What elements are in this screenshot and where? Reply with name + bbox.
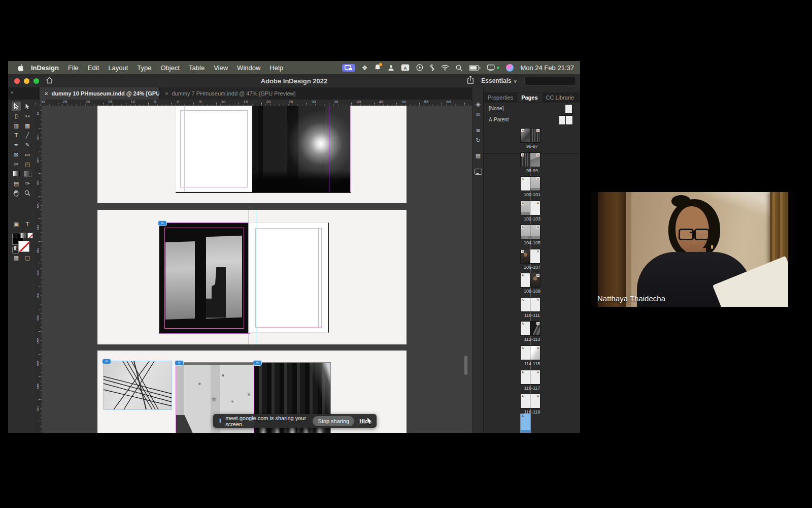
page-tool[interactable]: ▯ [12,111,21,120]
battery-icon[interactable] [469,65,481,71]
link-badge[interactable]: ∞ [102,359,111,364]
share-icon[interactable] [467,76,474,86]
scissors-tool[interactable]: ✂ [12,160,21,169]
pages-panel: Properties Pages CC Librarie [None] A-Pa… [483,87,580,433]
content-collector-tool[interactable]: ▥ [12,121,21,130]
link-badge[interactable]: ∞ [158,220,167,226]
tab-properties[interactable]: Properties [484,93,517,102]
selected-page-bar [521,430,530,433]
now-playing-icon[interactable] [416,64,423,71]
input-source-icon[interactable]: A [401,64,410,71]
note-tool[interactable]: ▤ [12,179,21,188]
tab-pages[interactable]: Pages [517,93,542,102]
gradient-feather-tool[interactable] [23,169,32,178]
panel-dock-strip: ◈ ∞ ≡ ↻ ▦ [472,87,484,433]
guide-cyan[interactable] [256,210,256,344]
apply-color-button[interactable] [12,231,19,240]
menu-window[interactable]: Window [237,64,260,72]
search-input[interactable] [524,77,576,85]
menu-object[interactable]: Object [161,64,180,72]
bleed-guide [350,106,351,192]
apply-gradient-button[interactable] [19,231,27,240]
layers-panel-icon[interactable]: ◈ [472,101,484,108]
dropbox-icon[interactable]: ❖ [362,64,368,72]
photo-frame-window[interactable] [159,223,250,334]
meet-sharing-banner: ‖ meet.google.com is sharing your screen… [213,414,377,428]
selected-page-thumb[interactable]: A [521,414,530,433]
display-icon[interactable] [487,65,499,71]
selection-tool[interactable] [12,102,21,111]
pencil-tool[interactable]: ✎ [23,140,32,149]
pause-icon[interactable]: ‖ [219,418,221,424]
link-badge[interactable]: ∞ [253,360,262,366]
zoom-tool[interactable] [23,188,32,198]
master-row-a-parent[interactable]: A-Parent [484,115,580,124]
stop-sharing-button[interactable]: Stop sharing [313,416,354,426]
page-right-spread2[interactable] [249,223,329,333]
doc-tab-inactive[interactable]: × dummy 7 PHmuseum.indd @ 47% [GPU Previ… [159,87,269,100]
comments-panel-icon[interactable] [475,169,482,175]
shared-screen: InDesign File Edit Layout Type Object Ta… [8,61,580,433]
guide-cyan[interactable] [248,210,249,344]
direct-selection-tool[interactable] [23,102,32,111]
content-placer-tool[interactable]: ▦ [23,121,32,130]
screen-mode-button[interactable]: ◧ [12,243,21,252]
siri-icon[interactable] [506,64,514,72]
menu-table[interactable]: Table [189,64,205,72]
apply-none-button[interactable] [26,231,34,240]
normal-view-icon[interactable]: ▢ [23,253,32,262]
type-tool[interactable]: T [12,131,21,140]
swatches-panel-icon[interactable]: ↻ [472,137,484,144]
tab-cc-libraries[interactable]: CC Librarie [542,93,579,102]
spotlight-search-icon[interactable] [456,65,462,71]
menu-bar-clock[interactable]: Mon 24 Feb 21:37 [520,64,574,72]
menu-view[interactable]: View [214,64,228,72]
glasses-right-lens [694,229,709,240]
stroke-panel-icon[interactable]: ≡ [472,127,484,134]
apple-icon[interactable] [17,64,24,72]
glasses-bridge [690,232,695,233]
menu-indesign[interactable]: InDesign [31,64,59,72]
window-title-bar: Adobe InDesign 2022 Essentials∨ [8,74,580,88]
free-transform-tool[interactable]: ◰ [23,160,32,169]
pasteboard-row-1 [97,106,407,203]
frame-tool[interactable]: ⊠ [12,150,21,159]
canvas-scrollbar-thumb[interactable] [464,356,467,375]
webcam-video-tile[interactable]: Natthaya Thaidecha [591,192,788,307]
view-options-icon[interactable]: ▦ [12,253,21,262]
master-row-none[interactable]: [None] [484,104,580,113]
formatting-affects-container-icon[interactable]: ▣ [12,219,21,229]
menu-help[interactable]: Help [269,64,283,72]
pasteboard-row-2: ∞ [97,210,407,344]
close-tab-icon[interactable]: × [45,90,48,97]
close-tab-icon[interactable]: × [165,90,168,97]
doc-tab-active[interactable]: × dummy 10 PHmuseum.indd @ 24% [GPU Prev… [40,87,159,100]
menu-file[interactable]: File [68,64,79,72]
gap-tool[interactable]: ↔ [23,111,32,120]
margin-guides [180,110,248,187]
link-badge[interactable]: ∞ [175,360,184,366]
line-tool[interactable]: ╱ [23,131,32,140]
bluetooth-icon[interactable] [430,64,434,71]
rectangle-tool[interactable]: ▭ [23,150,32,159]
wifi-icon[interactable] [441,65,449,71]
page-left-spread1[interactable] [176,106,252,192]
menu-edit[interactable]: Edit [88,64,99,72]
user-icon[interactable] [388,65,394,71]
hand-tool[interactable] [12,188,21,198]
pen-tool[interactable]: ✒ [12,140,21,149]
photo-frame-powerlines[interactable] [103,361,172,410]
workspace-switcher[interactable]: Essentials∨ [481,77,517,84]
formatting-affects-text-icon[interactable]: T [23,219,32,229]
document-canvas[interactable]: ∞ [42,106,472,433]
menu-layout[interactable]: Layout [108,64,128,72]
grids-panel-icon[interactable]: ▦ [472,152,484,159]
eyedropper-tool[interactable]: ✑ [23,179,32,188]
collapse-panel-icon[interactable]: « [11,89,14,95]
gradient-swatch-tool[interactable] [12,169,21,178]
menu-type[interactable]: Type [137,64,151,72]
links-panel-icon[interactable]: ∞ [472,111,484,118]
notification-bell-icon[interactable] [374,64,381,71]
photo-frame-forest-sky[interactable] [252,106,350,192]
screen-sharing-icon[interactable] [342,64,355,72]
